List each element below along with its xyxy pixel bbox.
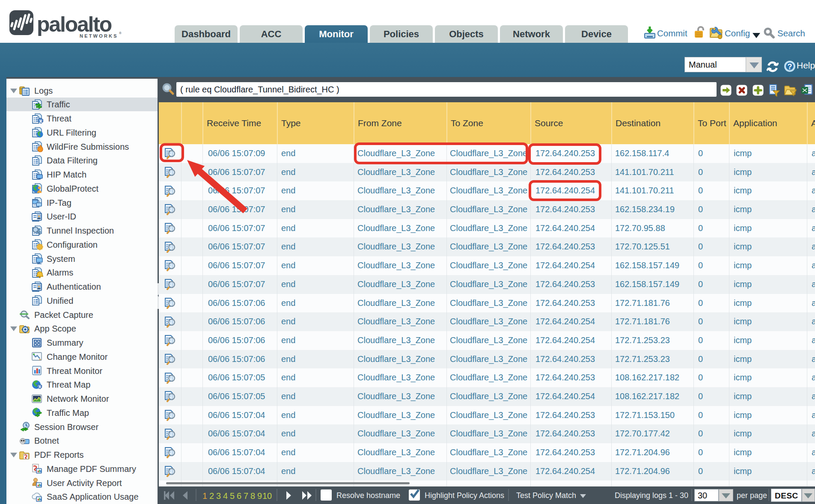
svg-text:x: x	[39, 384, 41, 389]
svg-text:®: ®	[119, 31, 122, 35]
svg-text:?: ?	[788, 62, 792, 71]
svg-text:NETWORKS: NETWORKS	[80, 33, 118, 39]
svg-text:paloalto: paloalto	[37, 12, 112, 36]
svg-text:x: x	[39, 118, 42, 124]
